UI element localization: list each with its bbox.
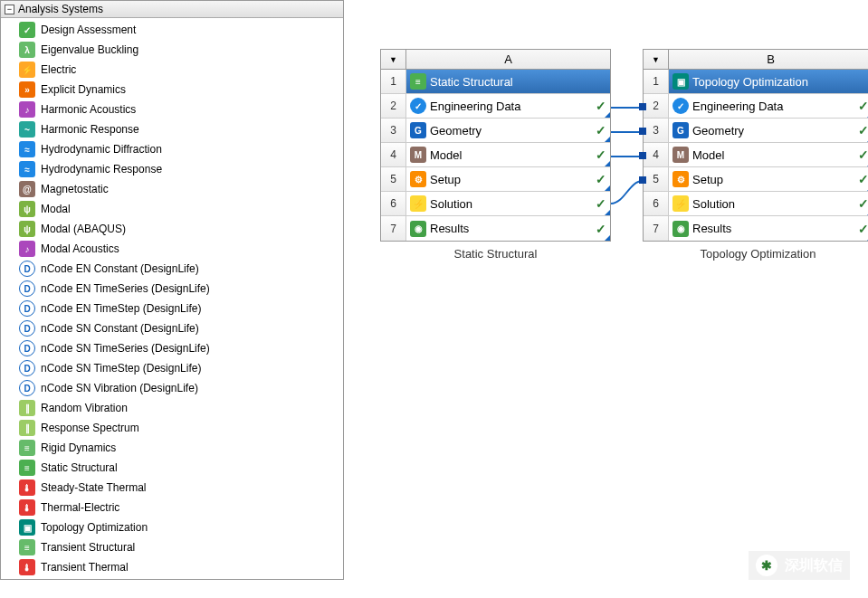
project-schematic: ▼ A 1 ≡ Static Structural 2✓Engineering …	[344, 0, 868, 598]
hydro-icon: ≈	[19, 141, 35, 157]
toolbox-item-label: Eigenvalue Buckling	[41, 43, 138, 56]
toolbox-item[interactable]: ψModal	[1, 199, 343, 219]
toolbox-item[interactable]: ✓Design Assessment	[1, 20, 343, 40]
dropdown-handle[interactable]: ▼	[644, 50, 669, 69]
toolbox-item[interactable]: ♪Harmonic Acoustics	[1, 100, 343, 119]
status-check-icon: ✓	[596, 147, 606, 162]
toolbox-item[interactable]: 🌡Thermal-Electric	[1, 498, 343, 517]
system-title-row[interactable]: 1 ≡ Static Structural	[381, 70, 610, 94]
toolbox-item[interactable]: DnCode EN TimeStep (DesignLife)	[1, 299, 343, 318]
toolbox-item[interactable]: ▣Topology Optimization	[1, 517, 343, 537]
toolbox-item[interactable]: 🌡Steady-State Thermal	[1, 478, 343, 498]
toolbox-item[interactable]: DnCode SN Constant (DesignLife)	[1, 318, 343, 338]
toolbox-item-label: Hydrodynamic Response	[41, 163, 162, 176]
toolbox-item-label: Harmonic Response	[41, 123, 139, 136]
toolbox-item[interactable]: ≡Static Structural	[1, 458, 343, 478]
system-cell[interactable]: ⚡Solution✓	[406, 192, 610, 215]
toolbox-item[interactable]: ≡Transient Structural	[1, 537, 343, 557]
system-title-cell[interactable]: ▣ Topology Optimization	[669, 70, 868, 93]
panel-title: Analysis Systems	[18, 3, 103, 15]
system-cell[interactable]: MModel✓	[669, 143, 868, 166]
system-cell[interactable]: ⚙Setup✓	[669, 167, 868, 191]
toolbox-item[interactable]: »Explicit Dynamics	[1, 80, 343, 100]
system-header-row: ▼ B	[644, 50, 868, 70]
system-cell[interactable]: MModel✓	[406, 143, 610, 166]
cell-label: Engineering Data	[692, 100, 854, 113]
system-cell-row[interactable]: 2✓Engineering Data✓	[644, 94, 868, 119]
toolbox-item-label: nCode SN TimeSeries (DesignLife)	[41, 342, 210, 355]
system-cell-row[interactable]: 4MModel✓	[381, 143, 610, 167]
system-cell-row[interactable]: 6⚡Solution✓	[644, 192, 868, 216]
dropdown-handle[interactable]: ▼	[381, 50, 406, 69]
row-number: 4	[644, 143, 669, 166]
status-check-icon: ✓	[596, 99, 606, 113]
row-number: 7	[381, 216, 406, 241]
solution-icon: ⚡	[672, 195, 689, 212]
geom-icon: G	[672, 122, 689, 138]
status-check-icon: ✓	[858, 222, 868, 236]
status-check-icon: ✓	[858, 196, 868, 211]
toolbox-item-label: Modal Acoustics	[41, 242, 119, 255]
system-cell-row[interactable]: 3GGeometry✓	[381, 119, 610, 143]
panel-header[interactable]: − Analysis Systems	[1, 1, 343, 18]
row-number: 6	[381, 192, 406, 215]
ncode-icon: D	[19, 380, 35, 396]
system-cell[interactable]: ◉Results✓	[406, 216, 610, 241]
column-letter: B	[669, 50, 868, 69]
row-number: 5	[644, 167, 669, 191]
toolbox-item[interactable]: ~Harmonic Response	[1, 119, 343, 139]
system-cell[interactable]: ⚡Solution✓	[669, 192, 868, 215]
system-cell-row[interactable]: 2✓Engineering Data✓	[381, 94, 610, 119]
system-cell[interactable]: GGeometry✓	[406, 119, 610, 142]
toolbox-item[interactable]: DnCode EN Constant (DesignLife)	[1, 259, 343, 279]
toolbox-item[interactable]: ‖Random Vibration	[1, 398, 343, 418]
toolbox-item-label: Rigid Dynamics	[41, 441, 116, 454]
system-title-row[interactable]: 1 ▣ Topology Optimization	[644, 70, 868, 94]
system-a: ▼ A 1 ≡ Static Structural 2✓Engineering …	[380, 49, 611, 242]
system-title-cell[interactable]: ≡ Static Structural	[406, 70, 610, 93]
ncode-icon: D	[19, 320, 35, 337]
toolbox-item[interactable]: ⚡Electric	[1, 60, 343, 80]
toolbox-item[interactable]: λEigenvalue Buckling	[1, 40, 343, 60]
toolbox-item[interactable]: ‖Response Spectrum	[1, 418, 343, 438]
toolbox-item[interactable]: DnCode SN TimeStep (DesignLife)	[1, 358, 343, 378]
toolbox-item[interactable]: ψModal (ABAQUS)	[1, 219, 343, 239]
system-cell-row[interactable]: 4MModel✓	[644, 143, 868, 167]
system-cell-row[interactable]: 5⚙Setup✓	[381, 167, 610, 192]
collapse-icon[interactable]: −	[5, 5, 14, 14]
toolbox-item[interactable]: ♪Modal Acoustics	[1, 239, 343, 259]
row-number: 1	[381, 70, 406, 93]
toolbox-item[interactable]: ≈Hydrodynamic Response	[1, 159, 343, 179]
toolbox-item[interactable]: ≈Hydrodynamic Diffraction	[1, 139, 343, 159]
toolbox-item[interactable]: 🌡Transient Thermal	[1, 557, 343, 577]
explicit-icon: »	[19, 81, 35, 98]
system-cell[interactable]: GGeometry✓	[669, 119, 868, 142]
toolbox-item[interactable]: DnCode EN TimeSeries (DesignLife)	[1, 279, 343, 299]
system-cell-row[interactable]: 7◉Results✓	[644, 216, 868, 241]
toolbox-item[interactable]: @Magnetostatic	[1, 179, 343, 199]
toolbox-item[interactable]: DnCode SN TimeSeries (DesignLife)	[1, 338, 343, 358]
row-number: 4	[381, 143, 406, 166]
toolbox-item[interactable]: ≡Rigid Dynamics	[1, 438, 343, 458]
model-icon: M	[410, 147, 426, 163]
share-indicator-icon	[605, 137, 610, 142]
system-cell[interactable]: ⚙Setup✓	[406, 167, 610, 191]
cell-label: Solution	[692, 197, 854, 211]
watermark: ✱ 深圳软信	[749, 551, 850, 580]
system-cell[interactable]: ◉Results✓	[669, 216, 868, 241]
dropdown-icon: ▼	[652, 55, 660, 64]
link-node	[639, 152, 646, 159]
toolbox-item[interactable]: DnCode SN Vibration (DesignLife)	[1, 378, 343, 398]
row-number: 5	[381, 167, 406, 191]
cell-label: Model	[430, 148, 592, 162]
system-cell[interactable]: ✓Engineering Data✓	[669, 94, 868, 118]
engdata-icon: ✓	[672, 98, 689, 114]
share-indicator-icon	[605, 185, 610, 191]
toolbox-item-label: nCode EN Constant (DesignLife)	[41, 262, 199, 275]
system-header-row: ▼ A	[381, 50, 610, 70]
system-cell-row[interactable]: 3GGeometry✓	[644, 119, 868, 143]
system-cell-row[interactable]: 5⚙Setup✓	[644, 167, 868, 192]
system-cell-row[interactable]: 6⚡Solution✓	[381, 192, 610, 216]
system-cell[interactable]: ✓Engineering Data✓	[406, 94, 610, 118]
system-cell-row[interactable]: 7◉Results✓	[381, 216, 610, 241]
